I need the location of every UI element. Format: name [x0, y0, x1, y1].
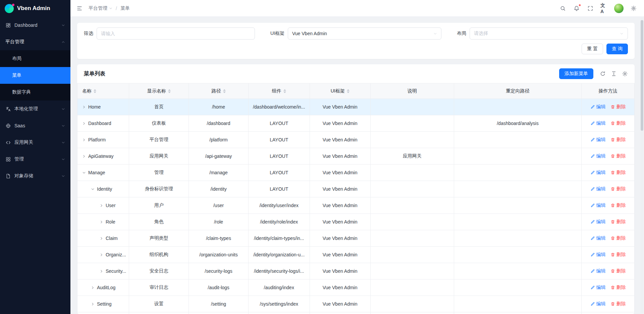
fullscreen-icon[interactable]: [587, 5, 594, 12]
avatar[interactable]: [614, 4, 624, 13]
sidebar-submenu: 布局菜单数据字典: [0, 50, 70, 101]
menu-table: 名称显示名称路径组件UI框架说明重定向路径操作方法 Home首页/home/da…: [77, 83, 635, 314]
layout-select[interactable]: 请选择: [470, 27, 628, 40]
sidebar-item-platform-management[interactable]: 平台管理: [0, 34, 70, 50]
sort-icon[interactable]: [347, 89, 350, 93]
expand-row-icon[interactable]: [82, 138, 86, 142]
expand-row-icon[interactable]: [82, 122, 86, 125]
row-actions-cell: 编辑删除: [582, 263, 635, 279]
edit-button[interactable]: 编辑: [590, 104, 606, 110]
row-component: /dashboard/welcome/in...: [248, 99, 310, 115]
row-component: LAYOUT: [248, 181, 310, 197]
sidebar-item-manage[interactable]: 管理: [0, 151, 70, 168]
refresh-icon[interactable]: [600, 71, 606, 77]
edit-button[interactable]: 编辑: [590, 235, 606, 241]
expand-row-icon[interactable]: [100, 204, 103, 207]
column-header[interactable]: 显示名称: [129, 83, 189, 99]
row-name: Platform: [88, 137, 106, 142]
edit-button[interactable]: 编辑: [590, 301, 606, 307]
sidebar-item-object-storage[interactable]: 对象存储: [0, 168, 70, 184]
localization-icon: [5, 106, 11, 112]
expand-row-icon[interactable]: [100, 269, 103, 273]
expand-row-icon[interactable]: [100, 237, 103, 240]
edit-button[interactable]: 编辑: [590, 268, 606, 274]
delete-button[interactable]: 删除: [610, 285, 626, 291]
sidebar-item-menu[interactable]: 菜单: [0, 67, 70, 84]
edit-label: 编辑: [596, 153, 606, 159]
edit-button[interactable]: 编辑: [590, 120, 606, 126]
delete-label: 删除: [616, 285, 626, 291]
language-icon[interactable]: 文A: [600, 5, 608, 12]
delete-button[interactable]: 删除: [610, 104, 626, 110]
column-header[interactable]: 名称: [77, 83, 129, 99]
sidebar-item-localization[interactable]: 本地化管理: [0, 101, 70, 117]
sort-icon[interactable]: [283, 89, 286, 93]
sort-icon[interactable]: [168, 89, 171, 93]
page-content: 筛选 UI框架 Vue Vben Admin 布局 请选择: [70, 17, 644, 314]
edit-button[interactable]: 编辑: [590, 137, 606, 143]
edit-button[interactable]: 编辑: [590, 186, 606, 192]
expand-row-icon[interactable]: [100, 253, 103, 257]
notification-bell-icon[interactable]: [573, 5, 580, 12]
scrollbar-thumb[interactable]: [641, 20, 643, 131]
row-height-icon[interactable]: [611, 71, 617, 77]
reset-button[interactable]: 重 置: [582, 44, 603, 54]
delete-button[interactable]: 删除: [610, 170, 626, 176]
edit-button[interactable]: 编辑: [590, 285, 606, 291]
delete-label: 删除: [616, 235, 626, 241]
delete-button[interactable]: 删除: [610, 137, 626, 143]
edit-button[interactable]: 编辑: [590, 252, 606, 258]
edit-button[interactable]: 编辑: [590, 219, 606, 225]
expand-row-icon[interactable]: [91, 302, 95, 306]
row-name-cell: Security...: [77, 263, 129, 279]
expand-row-icon[interactable]: [82, 154, 86, 158]
edit-pencil-icon: [590, 302, 595, 306]
edit-label: 编辑: [596, 170, 606, 176]
vertical-scrollbar[interactable]: [641, 17, 643, 313]
edit-button[interactable]: 编辑: [590, 170, 606, 176]
edit-button[interactable]: 编辑: [590, 153, 606, 159]
column-settings-gear-icon[interactable]: [622, 71, 628, 77]
sidebar-item-app-gateway[interactable]: 应用网关: [0, 134, 70, 151]
breadcrumb-item-platform[interactable]: 平台管理: [89, 5, 112, 11]
sidebar-collapse-icon[interactable]: [76, 5, 83, 12]
expand-row-icon[interactable]: [82, 105, 86, 109]
delete-button[interactable]: 删除: [610, 202, 626, 208]
logo[interactable]: Vben Admin: [0, 0, 70, 17]
sidebar-item-saas[interactable]: Saas: [0, 117, 70, 134]
delete-button[interactable]: 删除: [610, 219, 626, 225]
collapse-row-icon[interactable]: [82, 171, 86, 175]
collapse-row-icon[interactable]: [91, 187, 95, 191]
delete-button[interactable]: 删除: [610, 120, 626, 126]
column-header[interactable]: 组件: [248, 83, 310, 99]
query-button[interactable]: 查 询: [606, 44, 628, 54]
sort-icon[interactable]: [94, 89, 96, 93]
add-menu-button[interactable]: 添加新菜单: [559, 68, 593, 79]
column-label: 名称: [82, 88, 92, 94]
sidebar-item-layout[interactable]: 布局: [0, 50, 70, 67]
delete-button[interactable]: 删除: [610, 153, 626, 159]
row-description: [370, 296, 454, 312]
filter-keyword-input[interactable]: [97, 27, 255, 40]
delete-button[interactable]: 删除: [610, 268, 626, 274]
search-icon[interactable]: [559, 5, 567, 12]
expand-row-icon[interactable]: [100, 220, 103, 224]
delete-button[interactable]: 删除: [610, 301, 626, 307]
edit-button[interactable]: 编辑: [590, 202, 606, 208]
delete-button[interactable]: 删除: [610, 252, 626, 258]
sort-icon[interactable]: [223, 89, 226, 93]
sidebar-item-data-dictionary[interactable]: 数据字典: [0, 84, 70, 101]
table-row: Dashboard仪表板/dashboardLAYOUTVue Vben Adm…: [77, 115, 635, 132]
sidebar-item-dashboard[interactable]: Dashboard: [0, 17, 70, 34]
ui-framework-select[interactable]: Vue Vben Admin: [288, 27, 441, 40]
delete-button[interactable]: 删除: [610, 186, 626, 192]
row-ui-framework: Vue Vben Admin: [310, 181, 370, 197]
expand-row-icon[interactable]: [91, 286, 95, 290]
delete-button[interactable]: 删除: [610, 235, 626, 241]
row-actions-cell: 编辑删除: [582, 230, 635, 247]
settings-gear-icon[interactable]: [630, 5, 637, 12]
delete-label: 删除: [616, 153, 626, 159]
column-header[interactable]: 路径: [189, 83, 249, 99]
filter-label: UI框架: [270, 30, 284, 37]
column-header[interactable]: UI框架: [310, 83, 370, 99]
